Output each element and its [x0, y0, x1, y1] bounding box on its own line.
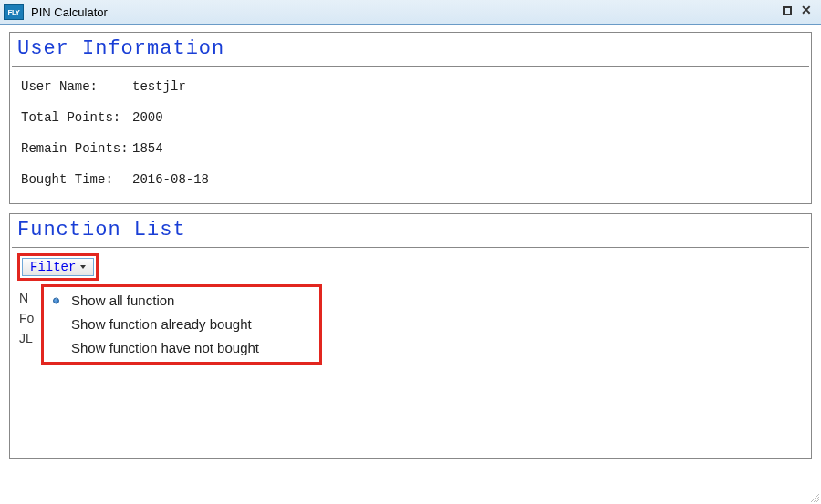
filter-option-show-all[interactable]: Show all function [44, 289, 319, 313]
function-list-panel: Function List Filter N Fo JL Show all fu… [9, 213, 812, 459]
maximize-button[interactable] [783, 4, 792, 20]
content-area: User Information User Name: testjlr Tota… [0, 25, 821, 504]
minimize-button[interactable]: _ [764, 0, 774, 16]
user-info-body: User Name: testjlr Total Points: 2000 Re… [12, 66, 809, 201]
filter-dropdown: Show all function Show function already … [41, 284, 322, 365]
dropdown-item-label: Show all function [71, 293, 174, 308]
close-button[interactable]: ✕ [801, 4, 812, 20]
chevron-down-icon [80, 265, 86, 269]
titlebar: FLY PIN Calculator _ ✕ [0, 0, 821, 25]
label-total-points: Total Points: [21, 110, 132, 125]
window-title: PIN Calculator [31, 5, 764, 19]
label-username: User Name: [21, 79, 132, 94]
label-remain-points: Remain Points: [21, 141, 132, 156]
filter-button[interactable]: Filter [22, 258, 94, 276]
info-row-bought-time: Bought Time: 2016-08-18 [21, 172, 800, 187]
value-remain-points: 1854 [132, 141, 163, 156]
filter-highlight: Filter [17, 253, 99, 281]
list-item: JL [19, 328, 34, 348]
filter-button-label: Filter [30, 260, 76, 274]
dropdown-item-label: Show function have not bought [71, 340, 259, 355]
value-bought-time: 2016-08-18 [132, 172, 209, 187]
info-row-username: User Name: testjlr [21, 79, 800, 94]
filter-option-already-bought[interactable]: Show function already bought [44, 313, 319, 336]
value-total-points: 2000 [132, 110, 163, 125]
radio-selected-icon [53, 298, 59, 304]
value-username: testjlr [132, 79, 186, 94]
resize-grip[interactable] [808, 491, 819, 502]
function-list-heading: Function List [12, 216, 809, 247]
user-info-heading: User Information [12, 35, 809, 66]
dropdown-item-label: Show function already bought [71, 316, 252, 332]
function-list-body: Filter N Fo JL Show all function Show fu… [12, 247, 809, 457]
function-list-background-text: N Fo JL [19, 288, 34, 348]
info-row-remain-points: Remain Points: 1854 [21, 141, 800, 156]
window-controls: _ ✕ [764, 4, 817, 20]
list-item: N [19, 288, 34, 308]
info-row-total-points: Total Points: 2000 [21, 110, 800, 125]
app-logo: FLY [4, 4, 24, 20]
list-item: Fo [19, 308, 34, 328]
label-bought-time: Bought Time: [21, 172, 132, 187]
filter-option-not-bought[interactable]: Show function have not bought [44, 336, 319, 360]
user-info-panel: User Information User Name: testjlr Tota… [9, 32, 812, 204]
